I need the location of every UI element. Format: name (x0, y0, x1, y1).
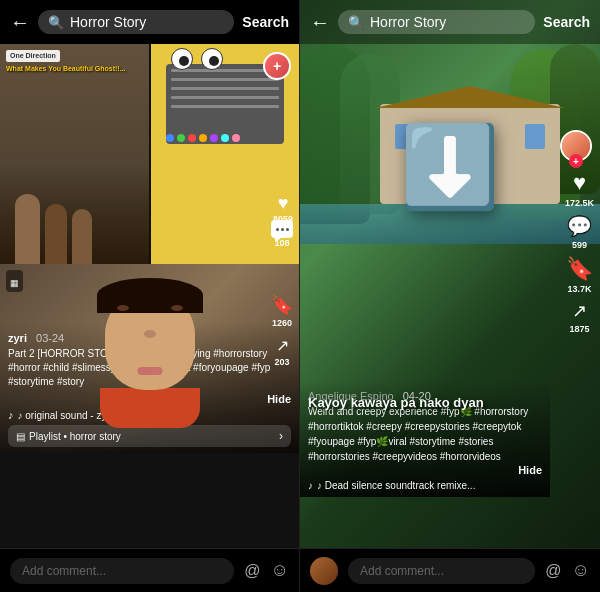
right-hide-button[interactable]: Hide (308, 464, 542, 476)
right-sound-text: ♪ Dead silence soundtrack remixe... (317, 480, 475, 491)
right-avatar-area: + (560, 130, 592, 162)
search-icon: 🔍 (48, 15, 64, 30)
music-note-icon: ♪ (8, 409, 14, 421)
right-music-icon: ♪ (308, 480, 313, 491)
right-search-button[interactable]: Search (543, 14, 590, 30)
playlist-icon: ▤ (16, 431, 25, 442)
right-overlay-text: Kayoy kawaya pa nako dyan (308, 395, 484, 412)
right-like-count: 172.5K (565, 198, 594, 208)
left-panel: ← 🔍 Horror Story Search One Direction Wh… (0, 0, 300, 592)
left-playlist[interactable]: ▤ Playlist • horror story › (8, 425, 291, 447)
right-thumb-video[interactable]: + ♥ 8059 108 (151, 44, 300, 264)
right-bookmark-icon: 🔖 (566, 256, 593, 282)
playlist-text: ▤ Playlist • horror story (16, 431, 121, 442)
left-top-thumbnails: One Direction What Makes You Beautiful G… (0, 44, 299, 264)
right-emoji-icon[interactable]: ☺ (572, 560, 590, 581)
right-search-text: Horror Story (370, 14, 446, 30)
right-share-count: 1875 (569, 324, 589, 334)
at-icon[interactable]: @ (244, 562, 260, 580)
comment-bubble-icon (271, 220, 293, 238)
right-sound-info: ♪ ♪ Dead silence soundtrack remixe... (308, 480, 542, 491)
right-bookmark-count: 13.7K (567, 284, 591, 294)
right-like-group[interactable]: ♥ 172.5K (565, 170, 594, 208)
right-user-avatar (310, 557, 338, 585)
left-comment-input[interactable]: Add comment... (10, 558, 234, 584)
one-direction-subtitle: What Makes You Beautiful Ghost!!... (6, 64, 143, 73)
plus-icon: + (273, 59, 281, 73)
comment-icon: 108 (271, 220, 293, 248)
left-comment-bar: Add comment... @ ☺ (0, 548, 299, 592)
right-comment-icon: 💬 (567, 214, 592, 238)
right-search-bar[interactable]: 🔍 Horror Story (338, 10, 535, 34)
left-thumb-video[interactable]: One Direction What Makes You Beautiful G… (0, 44, 149, 264)
right-back-button[interactable]: ← (310, 11, 330, 34)
right-share-icon: ↗ (572, 300, 587, 322)
right-header: ← 🔍 Horror Story Search (300, 0, 600, 44)
bookmark-group[interactable]: 🔖 1260 (271, 294, 293, 328)
share-count: 203 (274, 357, 289, 367)
right-comment-group[interactable]: 💬 599 (567, 214, 592, 250)
left-search-bar[interactable]: 🔍 Horror Story (38, 10, 234, 34)
right-thumb-avatar: + (263, 52, 291, 80)
left-video-date: 03-24 (36, 332, 64, 344)
playlist-label: Playlist • horror story (29, 431, 121, 442)
share-icon: ↗ (276, 336, 289, 355)
right-comment-input[interactable]: Add comment... (348, 558, 535, 584)
left-header: ← 🔍 Horror Story Search (0, 0, 299, 44)
left-side-icons: 🔖 1260 ↗ 203 (271, 294, 293, 367)
right-side-actions: ♥ 172.5K 💬 599 🔖 13.7K ↗ 1875 (565, 170, 594, 334)
one-direction-badge: One Direction (6, 50, 60, 62)
emoji-icon[interactable]: ☺ (271, 560, 289, 581)
right-search-icon: 🔍 (348, 15, 364, 30)
right-bookmark-group[interactable]: 🔖 13.7K (566, 256, 593, 294)
right-video-description: Weird and creepy experience #fyp🌿 #horro… (308, 404, 542, 464)
playlist-arrow-icon: › (279, 429, 283, 443)
heart-icon: ♥ (278, 193, 289, 214)
right-comment-bar: Add comment... @ ☺ (300, 548, 600, 592)
download-arrow-icon: ⬇️ (400, 120, 500, 214)
bookmark-count: 1260 (272, 318, 292, 328)
left-search-button[interactable]: Search (242, 14, 289, 30)
share-group[interactable]: ↗ 203 (274, 336, 289, 367)
right-at-icon[interactable]: @ (545, 562, 561, 580)
right-comment-count: 599 (572, 240, 587, 250)
right-panel: ⬇️ ← 🔍 Horror Story Search + ♥ 172.5K 💬 … (300, 0, 600, 592)
right-share-group[interactable]: ↗ 1875 (569, 300, 589, 334)
left-search-text: Horror Story (70, 14, 146, 30)
right-follow-button[interactable]: + (569, 154, 583, 168)
left-username: zyri (8, 332, 27, 344)
bookmark-icon: 🔖 (271, 294, 293, 316)
right-heart-icon: ♥ (573, 170, 586, 196)
left-video-area[interactable]: One Direction What Makes You Beautiful G… (0, 44, 299, 548)
left-back-button[interactable]: ← (10, 11, 30, 34)
